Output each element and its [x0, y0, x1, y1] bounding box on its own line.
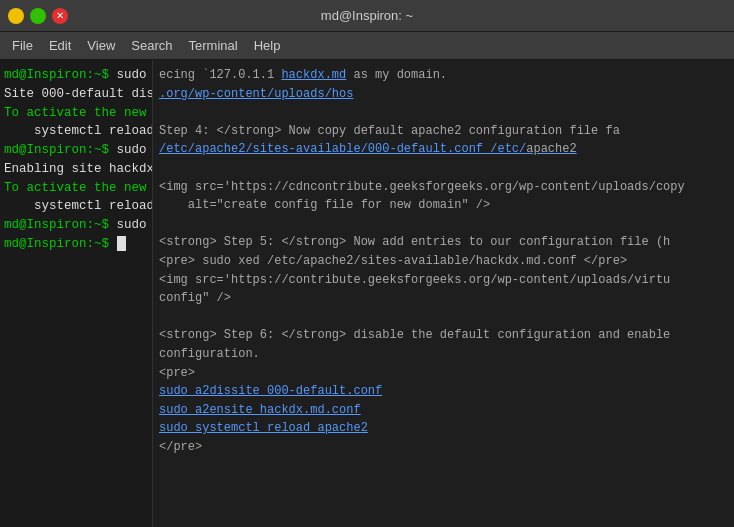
rp-line-13: config" /> [159, 289, 728, 308]
close-button[interactable]: ✕ [52, 8, 68, 24]
rp-line-15: <strong> Step 6: </strong> disable the d… [159, 326, 728, 345]
term-line-10: md@Inspiron:~$ [4, 235, 148, 254]
menubar: File Edit View Search Terminal Help [0, 32, 734, 60]
rp-line-5: /etc/apache2/sites-available/000-default… [159, 140, 728, 159]
maximize-button[interactable]: □ [30, 8, 46, 24]
rp-line-10: <strong> Step 5: </strong> Now add entri… [159, 233, 728, 252]
minimize-button[interactable]: − [8, 8, 24, 24]
rp-line-19: sudo a2ensite hackdx.md.conf [159, 401, 728, 420]
rp-line-11: <pre> sudo xed /etc/apache2/sites-availa… [159, 252, 728, 271]
rp-line-17: <pre> [159, 364, 728, 383]
rp-line-4: Step 4: </strong> Now copy default apach… [159, 122, 728, 141]
rp-line-16: configuration. [159, 345, 728, 364]
rp-line-18: sudo a2dissite 000-default.conf [159, 382, 728, 401]
rp-line-9 [159, 215, 728, 234]
menu-search[interactable]: Search [123, 36, 180, 55]
term-line-4: systemctl reload apache2 [4, 122, 148, 141]
rp-line-7: <img src='https://cdncontribute.geeksfor… [159, 178, 728, 197]
menu-help[interactable]: Help [246, 36, 289, 55]
term-line-8: systemctl reload apache2 [4, 197, 148, 216]
menu-view[interactable]: View [79, 36, 123, 55]
cursor [117, 236, 126, 251]
window-controls[interactable]: − □ ✕ [8, 8, 68, 24]
term-line-7: To activate the new configuration, you n… [4, 179, 148, 198]
term-line-1: md@Inspiron:~$ sudo a2dissite 000-defaul… [4, 66, 148, 85]
window-title: md@Inspiron: ~ [68, 8, 666, 23]
rp-line-1: ecing `127.0.1.1 hackdx.md as my domain. [159, 66, 728, 85]
right-pane: ecing `127.0.1.1 hackdx.md as my domain.… [152, 60, 734, 527]
rp-line-2: .org/wp-content/uploads/hos [159, 85, 728, 104]
menu-file[interactable]: File [4, 36, 41, 55]
term-line-2: Site 000-default disabled. [4, 85, 148, 104]
rp-line-12: <img src='https://contribute.geeksforgee… [159, 271, 728, 290]
term-line-5: md@Inspiron:~$ sudo a2ensite hackdx.md.c… [4, 141, 148, 160]
rp-line-21: </pre> [159, 438, 728, 457]
rp-line-6 [159, 159, 728, 178]
terminal-area: md@Inspiron:~$ sudo a2dissite 000-defaul… [0, 60, 734, 527]
menu-terminal[interactable]: Terminal [181, 36, 246, 55]
rp-line-3 [159, 103, 728, 122]
rp-line-14 [159, 308, 728, 327]
rp-line-8: alt="create config file for new domain" … [159, 196, 728, 215]
menu-edit[interactable]: Edit [41, 36, 79, 55]
term-line-6: Enabling site hackdx.md. [4, 160, 148, 179]
terminal-output[interactable]: md@Inspiron:~$ sudo a2dissite 000-defaul… [0, 60, 152, 527]
rp-line-20: sudo systemctl reload apache2 [159, 419, 728, 438]
term-line-3: To activate the new configuration, you n… [4, 104, 148, 123]
titlebar: − □ ✕ md@Inspiron: ~ [0, 0, 734, 32]
term-line-9: md@Inspiron:~$ sudo systemctl reload apa… [4, 216, 148, 235]
